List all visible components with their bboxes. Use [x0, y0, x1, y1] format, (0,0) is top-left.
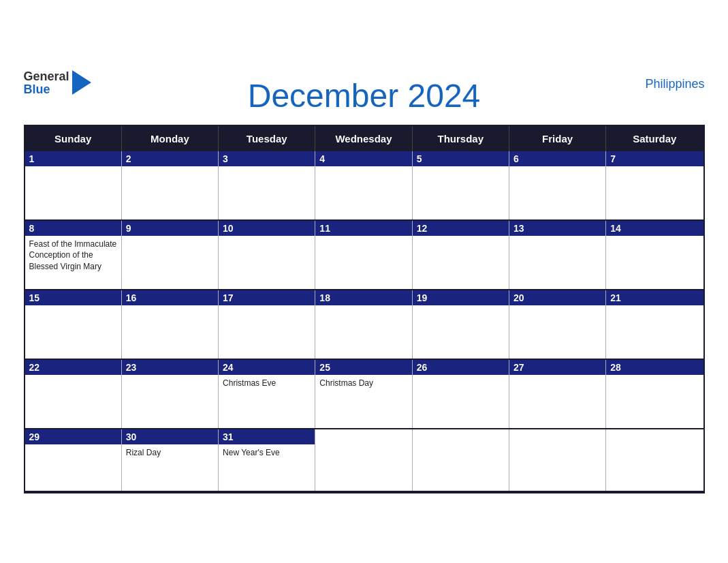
cell-content-25: Christmas Day: [315, 375, 411, 392]
calendar-body: 12345678Feast of the Immaculate Concepti…: [25, 151, 703, 492]
calendar-cell-empty-3: [315, 429, 412, 491]
cell-date-26: 26: [413, 360, 509, 375]
calendar-week-4: 222324Christmas Eve25Christmas Day262728: [25, 360, 703, 429]
cell-date-12: 12: [413, 221, 509, 236]
calendar-week-3: 15161718192021: [25, 290, 703, 360]
calendar-cell-7: 7: [606, 151, 703, 219]
calendar-cell-22: 22: [25, 360, 122, 428]
cell-date-22: 22: [25, 360, 121, 375]
calendar-cell-29: 29: [25, 429, 122, 491]
cell-date-27: 27: [509, 360, 605, 375]
calendar-cell-26: 26: [413, 360, 509, 428]
cell-content-8: Feast of the Immaculate Conception of th…: [25, 236, 121, 275]
calendar-cell-27: 27: [509, 360, 606, 428]
calendar-cell-28: 28: [606, 360, 703, 428]
calendar-cell-8: 8Feast of the Immaculate Conception of t…: [25, 221, 122, 289]
calendar-cell-1: 1: [25, 151, 122, 219]
cell-content-30: Rizal Day: [122, 444, 218, 461]
calendar-container: General Blue December 2024 Philippines S…: [24, 70, 705, 493]
calendar-title: December 2024: [248, 77, 481, 115]
calendar-cell-25: 25Christmas Day: [315, 360, 412, 428]
calendar-cell-empty-4: [413, 429, 509, 491]
calendar-cell-17: 17: [219, 290, 315, 359]
cell-date-15: 15: [25, 290, 121, 305]
calendar-header: General Blue December 2024 Philippines: [24, 70, 705, 125]
cell-date-1: 1: [25, 151, 121, 166]
logo: General Blue: [24, 70, 91, 97]
day-header-tuesday: Tuesday: [219, 126, 315, 151]
cell-content-24: Christmas Eve: [219, 375, 315, 392]
logo-blue-text: Blue: [24, 83, 69, 97]
calendar-cell-2: 2: [122, 151, 219, 219]
calendar-week-2: 8Feast of the Immaculate Conception of t…: [25, 221, 703, 290]
calendar-cell-empty-5: [509, 429, 606, 491]
cell-date-9: 9: [122, 221, 218, 236]
event-label: Christmas Day: [319, 378, 407, 389]
calendar-cell-24: 24Christmas Eve: [219, 360, 315, 428]
day-header-saturday: Saturday: [606, 126, 703, 151]
cell-date-13: 13: [509, 221, 605, 236]
calendar-cell-6: 6: [509, 151, 606, 219]
event-label: Christmas Eve: [223, 378, 311, 389]
event-label: Feast of the Immaculate Conception of th…: [29, 239, 117, 273]
calendar-cell-4: 4: [315, 151, 412, 219]
calendar-cell-31: 31New Year's Eve: [219, 429, 315, 491]
day-header-thursday: Thursday: [413, 126, 509, 151]
cell-date-6: 6: [509, 151, 605, 166]
logo-triangle-icon: [72, 70, 91, 95]
cell-date-7: 7: [606, 151, 703, 166]
cell-date-8: 8: [25, 221, 121, 236]
cell-date-3: 3: [219, 151, 315, 166]
calendar-cell-empty-6: [606, 429, 703, 491]
event-label: Rizal Day: [126, 447, 214, 459]
calendar-cell-5: 5: [413, 151, 509, 219]
calendar-cell-10: 10: [219, 221, 315, 289]
country-label: Philippines: [645, 77, 704, 91]
cell-date-4: 4: [315, 151, 411, 166]
cell-date-18: 18: [315, 290, 411, 305]
cell-date-25: 25: [315, 360, 411, 375]
calendar-week-1: 1234567: [25, 151, 703, 221]
calendar-cell-13: 13: [509, 221, 606, 289]
cell-date-29: 29: [25, 429, 121, 444]
cell-date-24: 24: [219, 360, 315, 375]
cell-date-23: 23: [122, 360, 218, 375]
calendar-cell-19: 19: [413, 290, 509, 359]
calendar-cell-23: 23: [122, 360, 219, 428]
event-label: New Year's Eve: [223, 447, 311, 459]
cell-date-31: 31: [219, 429, 315, 444]
calendar-cell-3: 3: [219, 151, 315, 219]
calendar-cell-16: 16: [122, 290, 219, 359]
cell-date-10: 10: [219, 221, 315, 236]
cell-date-17: 17: [219, 290, 315, 305]
calendar-grid: SundayMondayTuesdayWednesdayThursdayFrid…: [24, 125, 705, 493]
cell-date-20: 20: [509, 290, 605, 305]
calendar-cell-20: 20: [509, 290, 606, 359]
calendar-cell-12: 12: [413, 221, 509, 289]
calendar-cell-14: 14: [606, 221, 703, 289]
day-headers: SundayMondayTuesdayWednesdayThursdayFrid…: [25, 126, 703, 151]
calendar-cell-30: 30Rizal Day: [122, 429, 219, 491]
cell-date-21: 21: [606, 290, 703, 305]
day-header-monday: Monday: [122, 126, 219, 151]
cell-date-28: 28: [606, 360, 703, 375]
cell-date-11: 11: [315, 221, 411, 236]
calendar-week-5: 2930Rizal Day31New Year's Eve: [25, 429, 703, 492]
svg-marker-0: [72, 70, 91, 95]
cell-content-31: New Year's Eve: [219, 444, 315, 461]
cell-date-5: 5: [413, 151, 509, 166]
logo-general-text: General: [24, 70, 69, 84]
cell-date-30: 30: [122, 429, 218, 444]
calendar-cell-18: 18: [315, 290, 412, 359]
day-header-friday: Friday: [509, 126, 606, 151]
cell-date-2: 2: [122, 151, 218, 166]
calendar-cell-9: 9: [122, 221, 219, 289]
calendar-cell-11: 11: [315, 221, 412, 289]
cell-date-14: 14: [606, 221, 703, 236]
day-header-wednesday: Wednesday: [315, 126, 412, 151]
calendar-cell-21: 21: [606, 290, 703, 359]
day-header-sunday: Sunday: [25, 126, 122, 151]
calendar-cell-15: 15: [25, 290, 122, 359]
cell-date-16: 16: [122, 290, 218, 305]
cell-date-19: 19: [413, 290, 509, 305]
